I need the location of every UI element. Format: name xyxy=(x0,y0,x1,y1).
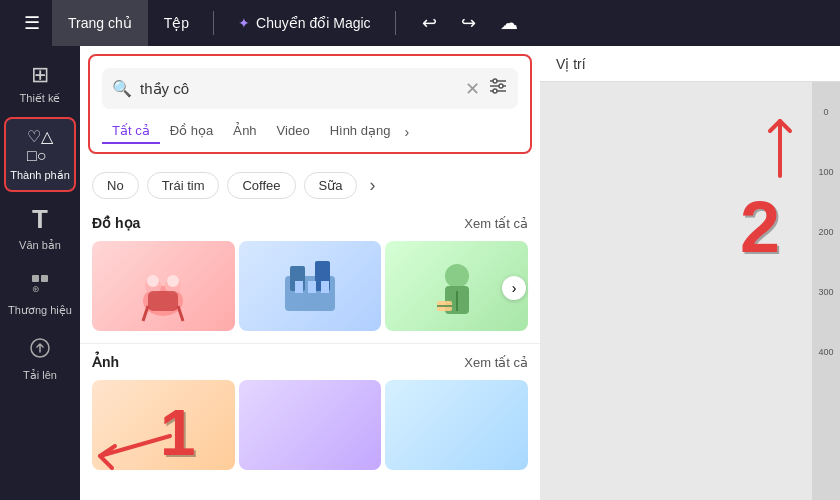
section-divider xyxy=(80,343,540,344)
svg-rect-0 xyxy=(32,275,39,282)
annotation-number-2: 2 xyxy=(740,186,780,268)
anh-section-header: Ảnh Xem tất cả xyxy=(80,348,540,376)
do-hoa-item-1[interactable] xyxy=(92,241,235,331)
anh-grid xyxy=(80,376,540,478)
undo-button[interactable]: ↩ xyxy=(412,6,447,40)
anh-title: Ảnh xyxy=(92,354,119,370)
search-input[interactable] xyxy=(140,80,457,97)
nav-divider-2 xyxy=(395,11,396,35)
sidebar-item-thanh-phan[interactable]: ♡△□○ Thành phần xyxy=(4,117,76,192)
anh-item-2[interactable] xyxy=(239,380,382,470)
svg-rect-22 xyxy=(308,281,316,293)
nav-divider-1 xyxy=(213,11,214,35)
canvas-header-title: Vị trí xyxy=(556,56,586,72)
grid-icon: ⊞ xyxy=(31,62,49,88)
tag-sua[interactable]: Sữa xyxy=(304,172,358,199)
components-icon: ♡△□○ xyxy=(27,127,53,165)
tags-more-button[interactable]: › xyxy=(365,173,379,198)
search-filter-button[interactable] xyxy=(488,76,508,101)
search-box: 🔍 ✕ xyxy=(102,68,518,109)
tab-all[interactable]: Tất cả xyxy=(102,119,160,144)
sidebar-label-tai-len: Tải lên xyxy=(23,369,57,382)
nav-magic[interactable]: ✦ Chuyển đổi Magic xyxy=(222,15,387,31)
sidebar-label-thanh-phan: Thành phần xyxy=(10,169,70,182)
canvas-area: Vị trí 2 0 100 200 300 400 xyxy=(540,46,840,500)
main-layout: ⊞ Thiết kế ♡△□○ Thành phần T Văn bản ⊛ T… xyxy=(0,46,840,500)
tab-anh[interactable]: Ảnh xyxy=(223,119,266,144)
nav-magic-label: Chuyển đổi Magic xyxy=(256,15,371,31)
nav-home[interactable]: Trang chủ xyxy=(52,0,148,46)
svg-point-24 xyxy=(445,264,469,288)
tag-trai-tim[interactable]: Trái tim xyxy=(147,172,220,199)
hamburger-menu[interactable]: ☰ xyxy=(12,12,52,34)
sidebar-item-thuong-hieu[interactable]: ⊛ Thương hiệu xyxy=(4,264,76,325)
sidebar-label-thuong-hieu: Thương hiệu xyxy=(8,304,72,317)
sidebar-item-thiet-ke[interactable]: ⊞ Thiết kế xyxy=(4,54,76,113)
svg-text:⊛: ⊛ xyxy=(32,284,40,294)
svg-point-8 xyxy=(499,84,503,88)
svg-rect-1 xyxy=(41,275,48,282)
svg-rect-13 xyxy=(148,291,178,311)
anh-item-1[interactable] xyxy=(92,380,235,470)
do-hoa-title: Đồ họa xyxy=(92,215,140,231)
search-icon: 🔍 xyxy=(112,79,132,98)
tabs-bar: Tất cả Đồ họa Ảnh Video Hình dạng › xyxy=(102,119,518,144)
sidebar-item-tai-len[interactable]: Tải lên xyxy=(4,329,76,390)
tag-coffee[interactable]: Coffee xyxy=(227,172,295,199)
svg-rect-21 xyxy=(295,281,303,293)
brand-icon: ⊛ xyxy=(29,272,51,300)
content-panel: 🔍 ✕ Tất cả Đồ họa Ảnh xyxy=(80,46,540,500)
do-hoa-item-1-img xyxy=(92,241,235,331)
do-hoa-item-2[interactable] xyxy=(239,241,382,331)
text-icon: T xyxy=(32,204,48,235)
wand-icon: ✦ xyxy=(238,15,250,31)
svg-point-9 xyxy=(493,89,497,93)
svg-rect-23 xyxy=(321,281,329,293)
svg-point-15 xyxy=(167,275,179,287)
canvas-header: Vị trí xyxy=(540,46,840,82)
tab-hinh-dang[interactable]: Hình dạng xyxy=(320,119,401,144)
svg-point-14 xyxy=(147,275,159,287)
do-hoa-see-all[interactable]: Xem tất cả xyxy=(464,216,528,231)
do-hoa-grid: › xyxy=(80,237,540,339)
top-nav: ☰ Trang chủ Tệp ✦ Chuyển đổi Magic ↩ ↪ ☁ xyxy=(0,0,840,46)
sidebar: ⊞ Thiết kế ♡△□○ Thành phần T Văn bản ⊛ T… xyxy=(0,46,80,500)
nav-file[interactable]: Tệp xyxy=(148,0,205,46)
panel-content: No Trái tim Coffee Sữa › Đồ họa Xem tất … xyxy=(80,162,540,500)
sidebar-label-van-ban: Văn bản xyxy=(19,239,61,252)
redo-button[interactable]: ↪ xyxy=(451,6,486,40)
tab-do-hoa[interactable]: Đồ họa xyxy=(160,119,223,144)
do-hoa-section-header: Đồ họa Xem tất cả xyxy=(80,209,540,237)
tag-no[interactable]: No xyxy=(92,172,139,199)
tab-video[interactable]: Video xyxy=(267,119,320,144)
sidebar-item-van-ban[interactable]: T Văn bản xyxy=(4,196,76,260)
svg-point-7 xyxy=(493,79,497,83)
anh-see-all[interactable]: Xem tất cả xyxy=(464,355,528,370)
do-hoa-grid-arrow[interactable]: › xyxy=(502,276,526,300)
search-clear-button[interactable]: ✕ xyxy=(465,78,480,100)
anh-item-3[interactable] xyxy=(385,380,528,470)
sidebar-label-thiet-ke: Thiết kế xyxy=(20,92,61,105)
ruler-vertical: 0 100 200 300 400 xyxy=(812,82,840,500)
quick-tags: No Trái tim Coffee Sữa › xyxy=(80,162,540,209)
search-area: 🔍 ✕ Tất cả Đồ họa Ảnh xyxy=(88,54,532,154)
do-hoa-item-2-img xyxy=(239,241,382,331)
cloud-save-button[interactable]: ☁ xyxy=(490,6,528,40)
annotation-arrow-2 xyxy=(720,106,800,190)
tabs-more-button[interactable]: › xyxy=(404,124,409,140)
upload-icon xyxy=(29,337,51,365)
nav-actions: ↩ ↪ ☁ xyxy=(412,6,528,40)
